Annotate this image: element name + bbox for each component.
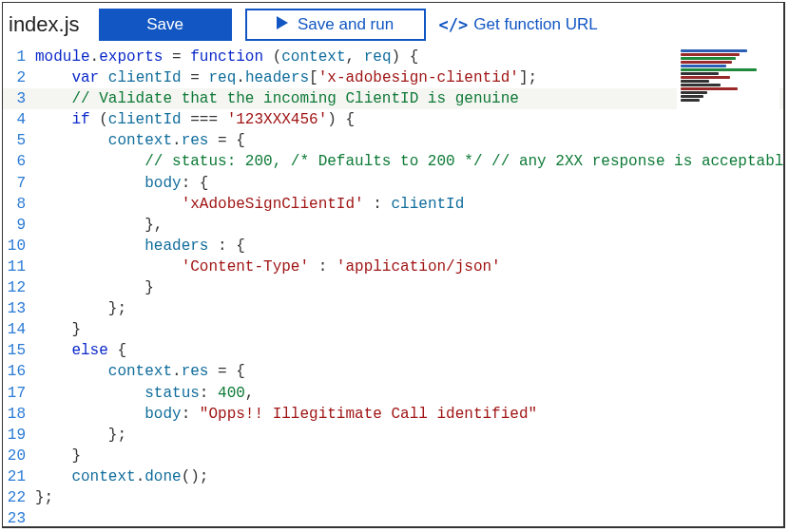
code-line: 1module.exports = function (context, req… <box>3 47 783 67</box>
code-content: 1module.exports = function (context, req… <box>3 47 783 526</box>
line-number: 8 <box>3 194 35 215</box>
code-text: }; <box>35 487 783 508</box>
toolbar: index.js Save Save and run </> Get funct… <box>3 3 783 47</box>
editor-frame: index.js Save Save and run </> Get funct… <box>2 2 785 528</box>
code-line: 5 context.res = { <box>3 130 783 151</box>
code-line: 11 'Content-Type' : 'application/json' <box>3 256 783 277</box>
save-and-run-button[interactable]: Save and run <box>245 9 426 41</box>
line-number: 6 <box>3 151 35 172</box>
code-line: 2 var clientId = req.headers['x-adobesig… <box>3 67 783 88</box>
filename-label: index.js <box>7 12 86 37</box>
line-number: 19 <box>3 425 35 446</box>
code-line: 8 'xAdobeSignClientId' : clientId <box>3 194 783 215</box>
code-line: 12 } <box>3 277 783 298</box>
code-line: 6 // status: 200, /* Defaults to 200 */ … <box>3 151 783 172</box>
code-text: else { <box>35 340 783 361</box>
line-number: 21 <box>3 466 35 487</box>
code-text: body: "Opps!! Illegitimate Call identifi… <box>35 404 783 425</box>
line-number: 18 <box>3 404 35 425</box>
line-number: 9 <box>3 215 35 236</box>
code-line: 23 <box>3 508 783 526</box>
svg-marker-0 <box>277 16 288 29</box>
code-text: }; <box>35 425 783 446</box>
code-text: } <box>35 446 783 466</box>
line-number: 4 <box>3 109 35 130</box>
code-text: context.res = { <box>35 361 783 382</box>
save-button[interactable]: Save <box>99 9 232 41</box>
line-number: 16 <box>3 361 35 382</box>
code-text: } <box>35 319 783 340</box>
code-line: 21 context.done(); <box>3 466 783 487</box>
code-text: // status: 200, /* Defaults to 200 */ //… <box>35 151 783 172</box>
code-line: 16 context.res = { <box>3 361 783 382</box>
line-number: 10 <box>3 236 35 256</box>
code-line: 13 }; <box>3 298 783 319</box>
code-text: } <box>35 277 783 298</box>
code-text: }, <box>35 215 783 236</box>
line-number: 12 <box>3 277 35 298</box>
code-text: context.done(); <box>35 466 783 487</box>
line-number: 22 <box>3 487 35 508</box>
get-function-url-link[interactable]: </> Get function URL <box>439 15 598 34</box>
code-line: 10 headers : { <box>3 236 783 256</box>
code-line: 17 status: 400, <box>3 383 783 404</box>
line-number: 5 <box>3 130 35 151</box>
code-text: var clientId = req.headers['x-adobesign-… <box>35 67 783 88</box>
code-text: module.exports = function (context, req)… <box>35 47 783 67</box>
save-button-label: Save <box>146 15 183 34</box>
code-line: 3 // Validate that the incoming ClientID… <box>3 88 783 109</box>
code-line: 18 body: "Opps!! Illegitimate Call ident… <box>3 404 783 425</box>
line-number: 3 <box>3 88 35 109</box>
line-number: 15 <box>3 340 35 361</box>
code-icon: </> <box>439 15 469 34</box>
line-number: 11 <box>3 256 35 277</box>
play-icon <box>277 15 288 34</box>
code-text: headers : { <box>35 236 783 256</box>
code-text: if (clientId === '123XXX456') { <box>35 109 783 130</box>
code-line: 19 }; <box>3 425 783 446</box>
code-text <box>35 508 783 526</box>
code-text: body: { <box>35 173 783 194</box>
code-line: 22}; <box>3 487 783 508</box>
line-number: 20 <box>3 446 35 466</box>
line-number: 23 <box>3 508 35 526</box>
code-line: 14 } <box>3 319 783 340</box>
code-line: 4 if (clientId === '123XXX456') { <box>3 109 783 130</box>
line-number: 7 <box>3 173 35 194</box>
code-text: 'xAdobeSignClientId' : clientId <box>35 194 783 215</box>
line-number: 17 <box>3 383 35 404</box>
code-line: 7 body: { <box>3 173 783 194</box>
code-editor[interactable]: 1module.exports = function (context, req… <box>3 47 783 526</box>
line-number: 13 <box>3 298 35 319</box>
code-text: status: 400, <box>35 383 783 404</box>
code-line: 9 }, <box>3 215 783 236</box>
code-line: 20 } <box>3 446 783 466</box>
code-text: // Validate that the incoming ClientID i… <box>35 88 783 109</box>
code-text: context.res = { <box>35 130 783 151</box>
code-line: 15 else { <box>3 340 783 361</box>
code-text: }; <box>35 298 783 319</box>
line-number: 1 <box>3 47 35 67</box>
get-function-url-label: Get function URL <box>473 15 597 34</box>
line-number: 14 <box>3 319 35 340</box>
code-text: 'Content-Type' : 'application/json' <box>35 256 783 277</box>
save-and-run-label: Save and run <box>298 15 394 34</box>
line-number: 2 <box>3 67 35 88</box>
